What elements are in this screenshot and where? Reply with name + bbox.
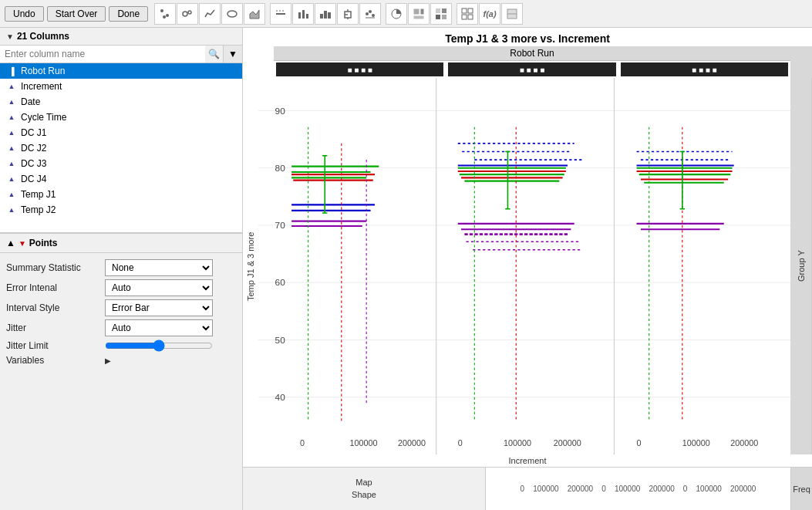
- tri-icon: ▲: [6, 204, 17, 215]
- column-item-label: DC J1: [21, 127, 46, 138]
- tri-icon: ▲: [6, 143, 17, 154]
- svg-rect-26: [413, 15, 424, 19]
- variables-label: Variables: [6, 355, 99, 366]
- pie-icon[interactable]: [386, 3, 407, 25]
- jitter-limit-label: Jitter Limit: [6, 340, 99, 351]
- svg-text:0: 0: [458, 438, 463, 448]
- summary-statistic-select[interactable]: None: [105, 259, 213, 276]
- svg-rect-28: [442, 8, 446, 13]
- settings-grid: Summary Statistic None Error Intenal Aut…: [0, 253, 242, 372]
- points-section: ▲ ▼ Points Summary Statistic None Error …: [0, 233, 242, 372]
- svg-point-2: [163, 15, 166, 19]
- svg-point-19: [366, 12, 369, 15]
- icon-group-2: [270, 3, 381, 25]
- facet-bar-1-label: ■ ■ ■ ■: [347, 66, 372, 74]
- svg-rect-14: [328, 12, 331, 19]
- column-item[interactable]: ▲DC J2: [0, 140, 242, 156]
- column-filter-dropdown[interactable]: ▼: [223, 46, 242, 62]
- line2-icon[interactable]: [270, 3, 291, 25]
- heatmap-icon[interactable]: [430, 3, 452, 25]
- column-item[interactable]: ▲Cycle Time: [0, 110, 242, 125]
- x-axis-label: Increment: [243, 454, 812, 467]
- treemap-icon[interactable]: [408, 3, 430, 25]
- bubble-icon[interactable]: [177, 3, 198, 25]
- boxplot-icon[interactable]: [337, 3, 359, 25]
- column-item[interactable]: ▲Increment: [0, 79, 242, 94]
- column-item-label: Increment: [21, 81, 62, 92]
- svg-rect-27: [436, 8, 440, 13]
- area-icon[interactable]: [244, 3, 265, 25]
- variables-expand-icon[interactable]: ▶: [105, 356, 111, 365]
- grid-icon[interactable]: [457, 3, 478, 25]
- section-expand-triangle: ▲: [6, 238, 15, 248]
- svg-text:60: 60: [275, 278, 286, 288]
- svg-rect-31: [462, 8, 467, 13]
- robot-run-facet-label: Robot Run: [274, 46, 790, 61]
- ellipse-icon[interactable]: [221, 3, 243, 25]
- icon-group-3: [386, 3, 452, 25]
- column-item[interactable]: ▲Date: [0, 94, 242, 110]
- svg-text:0: 0: [300, 438, 305, 448]
- facet-headers-row: Robot Run ■ ■ ■ ■ ■ ■ ■ ■ ■ ■ ■ ■: [243, 46, 812, 78]
- columns-header: ▼ 21 Columns: [0, 28, 242, 46]
- tri-icon: ▲: [6, 112, 17, 123]
- svg-text:200000: 200000: [730, 438, 758, 448]
- search-row: 🔍 ▼: [0, 46, 242, 63]
- column-item[interactable]: ▲DC J3: [0, 156, 242, 171]
- points-section-header[interactable]: ▲ ▼ Points: [0, 233, 242, 253]
- svg-point-21: [372, 14, 375, 17]
- line-icon[interactable]: [199, 3, 221, 25]
- svg-text:200000: 200000: [398, 438, 426, 448]
- black-bars-row: ■ ■ ■ ■ ■ ■ ■ ■ ■ ■ ■ ■: [274, 61, 790, 78]
- main-content: ▼ 21 Columns 🔍 ▼ ▐Robot Run▲Increment▲Da…: [0, 28, 812, 510]
- y-axis-label: Temp J1 & 3 more: [243, 78, 258, 454]
- svg-rect-25: [420, 8, 424, 15]
- columns-count: 21 Columns: [17, 31, 69, 42]
- column-item-label: Cycle Time: [21, 112, 66, 123]
- svg-rect-12: [320, 14, 323, 19]
- jitter-select[interactable]: Auto: [105, 319, 213, 336]
- column-item[interactable]: ▲DC J1: [0, 125, 242, 140]
- fa-icon[interactable]: f(a): [479, 3, 500, 25]
- error-interval-label: Error Intenal: [6, 282, 99, 293]
- svg-text:90: 90: [275, 106, 286, 116]
- done-button[interactable]: Done: [109, 6, 148, 22]
- error-interval-select[interactable]: Auto: [105, 279, 213, 296]
- variables-row: ▶: [105, 356, 236, 365]
- search-icon[interactable]: 🔍: [205, 46, 223, 62]
- histogram-icon[interactable]: [315, 3, 336, 25]
- dot-plot-icon[interactable]: [359, 3, 381, 25]
- svg-rect-13: [324, 11, 327, 19]
- svg-rect-30: [442, 15, 446, 19]
- tri-icon: ▲: [6, 158, 17, 169]
- svg-point-0: [160, 9, 163, 12]
- undo-button[interactable]: Undo: [5, 6, 44, 22]
- column-item[interactable]: ▲Temp J1: [0, 187, 242, 202]
- tri-icon: ▲: [6, 81, 17, 92]
- extra-icon[interactable]: [501, 3, 523, 25]
- svg-rect-32: [468, 8, 473, 13]
- bar-chart-icon[interactable]: [292, 3, 314, 25]
- svg-rect-10: [302, 10, 305, 19]
- map-shape-label[interactable]: MapShape: [243, 468, 486, 510]
- interval-style-select[interactable]: Error Bar: [105, 299, 213, 316]
- jitter-limit-slider[interactable]: [105, 339, 213, 352]
- start-over-button[interactable]: Start Over: [47, 6, 106, 22]
- freq-label[interactable]: Freq: [790, 468, 812, 510]
- scatter-icon[interactable]: [154, 3, 176, 25]
- group-y-sidebar[interactable]: Group Y: [790, 78, 812, 454]
- search-input[interactable]: [0, 46, 205, 62]
- column-item[interactable]: ▐Robot Run: [0, 63, 242, 79]
- svg-point-1: [166, 14, 169, 17]
- chart-type-icons: f(a): [154, 3, 523, 25]
- columns-expand-icon[interactable]: ▼: [6, 32, 14, 41]
- svg-rect-33: [462, 15, 467, 19]
- column-item[interactable]: ▲Temp J2: [0, 202, 242, 218]
- column-item[interactable]: ▲DC J4: [0, 171, 242, 187]
- section-expand-icon: ▼: [19, 239, 26, 248]
- column-scroll: ▐Robot Run▲Increment▲Date▲Cycle Time▲DC …: [0, 63, 242, 218]
- jitter-label: Jitter: [6, 323, 99, 333]
- svg-point-5: [227, 11, 237, 17]
- column-item-label: DC J4: [21, 174, 46, 184]
- summary-statistic-label: Summary Statistic: [6, 262, 99, 273]
